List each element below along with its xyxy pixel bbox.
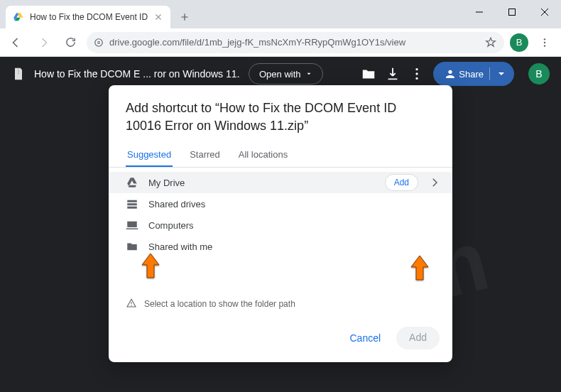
address-bar[interactable]: drive.google.com/file/d/1mb_jejg-fK_msNc… bbox=[87, 32, 504, 53]
share-button[interactable]: Share bbox=[433, 62, 514, 86]
svg-point-11 bbox=[131, 305, 131, 305]
svg-point-9 bbox=[416, 72, 418, 75]
new-tab-button[interactable] bbox=[175, 7, 195, 27]
tab-suggested[interactable]: Suggested bbox=[126, 143, 173, 167]
chevron-right-icon[interactable] bbox=[428, 176, 441, 189]
reload-button[interactable] bbox=[60, 32, 81, 53]
dialog-actions: Cancel Add bbox=[109, 318, 452, 362]
minimize-button[interactable] bbox=[463, 0, 496, 24]
hint-text: Select a location to show the folder pat… bbox=[144, 299, 295, 309]
drive-favicon bbox=[13, 11, 24, 23]
add-button-disabled: Add bbox=[396, 327, 440, 349]
row-label: Shared drives bbox=[148, 199, 441, 209]
cancel-button[interactable]: Cancel bbox=[339, 327, 391, 349]
more-actions-icon[interactable] bbox=[409, 66, 425, 82]
info-icon bbox=[126, 298, 137, 310]
close-tab-icon[interactable] bbox=[153, 12, 163, 22]
shared-drives-icon bbox=[126, 197, 138, 210]
url-text: drive.google.com/file/d/1mb_jejg-fK_msNc… bbox=[109, 37, 479, 48]
maximize-button[interactable] bbox=[496, 0, 528, 24]
svg-point-4 bbox=[95, 38, 103, 46]
dialog-title: Add shortcut to “How to Fix the DCOM Eve… bbox=[109, 85, 452, 143]
tab-all-locations[interactable]: All locations bbox=[237, 143, 289, 167]
download-icon[interactable] bbox=[385, 66, 401, 82]
location-list: My Drive Add Shared drives Computers Sha… bbox=[109, 168, 452, 261]
shared-with-me-icon bbox=[126, 240, 138, 253]
svg-point-6 bbox=[544, 41, 545, 43]
forward-button[interactable] bbox=[33, 32, 54, 53]
back-button[interactable] bbox=[6, 32, 27, 53]
location-row-shared-drives[interactable]: Shared drives bbox=[109, 193, 452, 214]
svg-point-8 bbox=[416, 68, 418, 70]
tab-starred[interactable]: Starred bbox=[188, 143, 222, 167]
row-label: Computers bbox=[148, 220, 441, 231]
location-row-my-drive[interactable]: My Drive Add bbox=[109, 172, 452, 193]
window-controls bbox=[463, 0, 561, 24]
add-to-drive-icon[interactable] bbox=[361, 66, 376, 82]
browser-tab[interactable]: How to Fix the DCOM Event ID bbox=[6, 6, 170, 28]
my-drive-icon bbox=[126, 176, 138, 189]
tab-title: How to Fix the DCOM Event ID bbox=[30, 12, 148, 22]
svg-rect-3 bbox=[509, 9, 516, 16]
share-label: Share bbox=[459, 69, 484, 80]
add-shortcut-dialog: Add shortcut to “How to Fix the DCOM Eve… bbox=[109, 85, 452, 362]
zip-file-icon bbox=[11, 67, 26, 81]
svg-point-10 bbox=[416, 77, 418, 80]
open-with-button[interactable]: Open with bbox=[249, 63, 323, 85]
close-window-button[interactable] bbox=[528, 0, 561, 24]
bookmark-star-icon[interactable] bbox=[484, 36, 497, 49]
location-row-shared-with-me[interactable]: Shared with me bbox=[109, 236, 452, 257]
add-here-button[interactable]: Add bbox=[385, 174, 418, 191]
row-label: Shared with me bbox=[148, 241, 441, 252]
open-with-label: Open with bbox=[259, 69, 301, 80]
folder-path-hint: Select a location to show the folder pat… bbox=[109, 290, 452, 318]
caret-down-icon bbox=[496, 68, 507, 80]
site-info-icon bbox=[94, 38, 104, 48]
row-label: My Drive bbox=[148, 178, 375, 188]
svg-point-5 bbox=[544, 38, 545, 40]
browser-menu-button[interactable] bbox=[534, 32, 555, 53]
caret-down-icon bbox=[305, 70, 312, 77]
browser-profile-avatar[interactable]: B bbox=[510, 33, 528, 52]
person-add-icon bbox=[443, 68, 454, 80]
location-row-computers[interactable]: Computers bbox=[109, 214, 452, 236]
viewer-filename: How to Fix the DCOM E ... ror on Windows… bbox=[34, 68, 240, 80]
computers-icon bbox=[126, 219, 138, 232]
dialog-tabs: Suggested Starred All locations bbox=[109, 143, 452, 168]
account-avatar[interactable]: B bbox=[528, 63, 550, 85]
svg-point-7 bbox=[544, 45, 545, 46]
browser-toolbar: drive.google.com/file/d/1mb_jejg-fK_msNc… bbox=[0, 28, 561, 57]
